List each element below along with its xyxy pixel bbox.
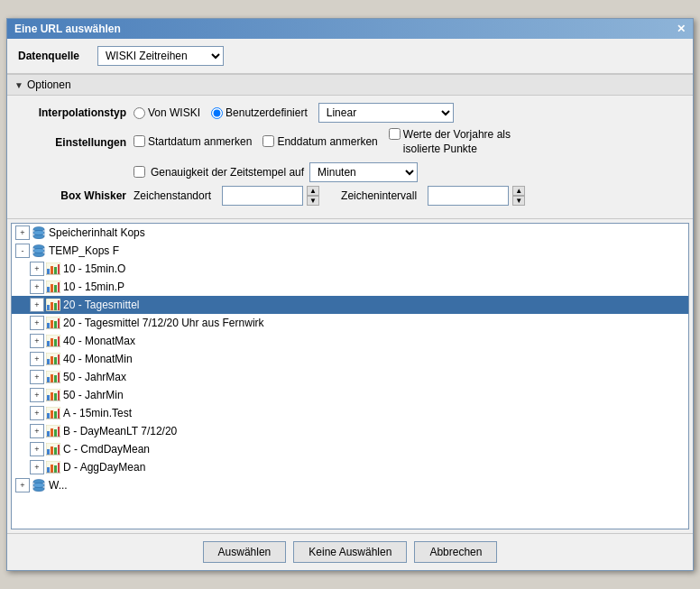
tree-item[interactable]: + D - AggDayMean [12,458,688,476]
svg-rect-49 [47,395,50,400]
tree-item[interactable]: + 40 - MonatMax [12,332,688,350]
tree-item[interactable]: - TEMP_Kops F [12,242,688,260]
interpolation-custom-select[interactable]: Linear [318,103,454,123]
options-section-header[interactable]: ▼ Optionen [7,74,693,96]
svg-rect-9 [54,267,57,274]
svg-rect-8 [51,266,53,274]
settings-row: Einstellungen Startdatum anmerken Enddat… [18,128,682,156]
tree-item-text: 40 - MonatMax [63,335,135,347]
precision-select[interactable]: Minuten [309,162,418,182]
svg-rect-14 [51,284,53,292]
check-startdate[interactable] [134,135,145,147]
tree-item[interactable]: + 10 - 15min.O [12,260,688,278]
close-button[interactable]: ✕ [677,23,686,35]
tree-item-text: TEMP_Kops F [49,244,119,257]
tree-item-text: 50 - JahrMin [63,389,124,401]
interpolation-row: Interpolationstyp Von WISKI Benutzerdefi… [18,103,682,123]
timeseries-icon [46,299,60,311]
tree-item[interactable]: + 10 - 15min.P [12,278,688,296]
tree-item[interactable]: + A - 15min.Test [12,404,688,422]
tree-item-text: W... [49,479,68,492]
interval-input[interactable] [428,186,509,206]
tree-expand-button[interactable]: - [15,244,30,258]
svg-rect-75 [54,465,57,473]
location-label: Zeichenstandort [134,189,211,202]
svg-rect-22 [58,300,60,310]
tree-expand-button[interactable]: + [30,424,44,438]
tree-item-text: 20 - Tagesmittel [63,299,140,311]
main-dialog: Eine URL auswählen ✕ Datenquelle WISKI Z… [6,18,694,570]
timeseries-icon [46,353,60,365]
tree-expand-button[interactable]: + [30,280,44,294]
datasource-select[interactable]: WISKI Zeitreihen [97,46,224,66]
check-precision[interactable] [134,166,145,178]
tree-expand-button[interactable]: + [30,334,44,348]
deselect-button[interactable]: Keine Auswählen [293,541,407,563]
svg-rect-64 [58,427,60,437]
tree-expand-button[interactable]: + [30,262,44,276]
tree-container[interactable]: + Speicherinhalt Kops- TEMP_Kops F+ 10 -… [11,223,689,529]
svg-rect-63 [54,429,57,437]
svg-rect-58 [58,409,60,419]
check-prevyear[interactable] [389,128,401,140]
interval-down-button[interactable]: ▼ [512,196,525,206]
svg-rect-67 [47,449,50,455]
radio-custom[interactable] [211,107,223,119]
tree-item[interactable]: + 20 - Tagesmittel 7/12/20 Uhr aus Fernw… [12,314,688,332]
tree-item[interactable]: + W... [12,476,688,494]
precision-row: Genauigkeit der Zeitstempel auf Minuten [134,162,682,182]
dialog-body: Datenquelle WISKI Zeitreihen ▼ Optionen … [7,39,693,529]
tree-item[interactable]: + 50 - JahrMax [12,368,688,386]
tree-item-text: 40 - MonatMin [63,353,133,365]
tree-item[interactable]: + 20 - Tagesmittel [12,296,688,314]
select-button[interactable]: Auswählen [203,541,287,563]
timeseries-icon [46,425,60,437]
tree-expand-button[interactable]: + [30,388,44,402]
interpolation-label: Interpolationstyp [18,106,126,119]
check-enddate[interactable] [262,135,274,147]
timeseries-icon [46,389,60,401]
timeseries-icon [46,461,60,474]
tree-item[interactable]: + C - CmdDayMean [12,440,688,458]
location-input[interactable] [222,186,303,206]
svg-rect-61 [47,431,50,437]
timeseries-icon [46,335,60,347]
tree-item[interactable]: + B - DayMeanLT 7/12/20 [12,422,688,440]
tree-item[interactable]: + 40 - MonatMin [12,350,688,368]
tree-expand-button[interactable]: + [15,225,30,240]
box-whisker-row: Box Whisker Zeichenstandort ▲ ▼ Zeicheni… [18,186,682,206]
tree-item[interactable]: + 50 - JahrMin [12,386,688,404]
tree-expand-button[interactable]: + [15,478,30,492]
tree-expand-button[interactable]: + [30,316,44,330]
tree-expand-button[interactable]: + [30,352,44,366]
location-spinner-group: ▲ ▼ [222,186,319,206]
svg-point-80 [33,483,44,487]
options-content: Interpolationstyp Von WISKI Benutzerdefi… [7,96,693,218]
location-spinner-buttons: ▲ ▼ [307,186,319,206]
location-up-button[interactable]: ▲ [307,186,319,196]
box-whisker-label: Box Whisker [18,189,126,202]
radio-custom-label: Benutzerdefiniert [226,106,308,119]
svg-rect-39 [54,357,57,364]
tree-item-text: 50 - JahrMax [63,371,126,383]
svg-rect-25 [47,323,50,328]
location-down-button[interactable]: ▼ [307,196,319,206]
tree-expand-button[interactable]: + [30,460,44,474]
tree-expand-button[interactable]: + [30,442,44,456]
tree-expand-button[interactable]: + [30,370,44,384]
svg-rect-52 [58,391,60,400]
tree-expand-button[interactable]: + [30,406,44,420]
tree-item-text: A - 15min.Test [63,407,132,419]
options-arrow-icon: ▼ [14,80,23,90]
tree-item[interactable]: + Speicherinhalt Kops [12,224,688,242]
svg-rect-10 [58,264,60,274]
radio-wiski[interactable] [134,107,145,119]
precision-label: Genauigkeit der Zeitstempel auf [151,166,304,179]
interval-up-button[interactable]: ▲ [512,186,525,196]
interval-label: Zeichenintervall [341,189,417,202]
timeseries-icon [46,407,60,419]
cancel-button[interactable]: Abbrechen [414,541,497,563]
svg-rect-56 [51,410,53,419]
svg-rect-70 [58,445,60,455]
tree-expand-button[interactable]: + [30,298,44,312]
